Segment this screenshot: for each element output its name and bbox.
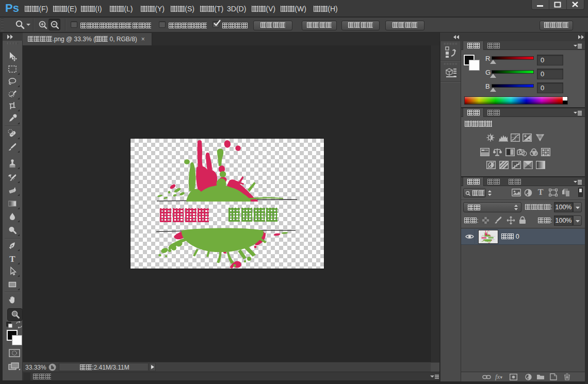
svg-text:T: T: [9, 254, 15, 264]
